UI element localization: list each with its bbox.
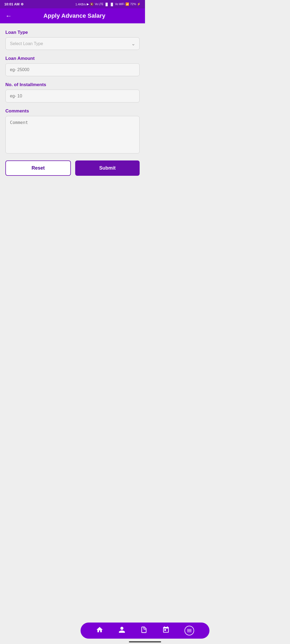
- page-title: Apply Advance Salary: [17, 12, 140, 19]
- comments-group: Comments: [5, 108, 140, 155]
- loan-type-select[interactable]: Select Loan Type: [5, 37, 140, 50]
- loan-amount-input[interactable]: [5, 63, 140, 76]
- wifi-icon: 📶: [125, 2, 129, 6]
- volume-icon: 🔇: [90, 2, 94, 6]
- installments-input[interactable]: [5, 90, 140, 103]
- vowifi-icon: Vo WiFi: [115, 3, 124, 6]
- form-content: Loan Type Select Loan Type ⌄ Loan Amount…: [0, 23, 145, 181]
- loan-amount-label: Loan Amount: [5, 56, 140, 61]
- loan-type-label: Loan Type: [5, 30, 140, 35]
- loan-type-select-wrapper: Select Loan Type ⌄: [5, 37, 140, 50]
- settings-gear-icon: ⚙: [21, 2, 24, 6]
- bluetooth-icon: ▶: [87, 2, 89, 6]
- back-button[interactable]: ←: [5, 12, 12, 20]
- installments-label: No. of Installments: [5, 82, 140, 87]
- comments-textarea[interactable]: [5, 116, 140, 153]
- loan-type-group: Loan Type Select Loan Type ⌄: [5, 30, 140, 50]
- submit-button[interactable]: Submit: [75, 160, 140, 176]
- status-bar: 10:01 AM ⚙ 1.4KB/s ▶ 🔇 Vo LTE ▐▌ ▐▌ Vo W…: [0, 0, 145, 8]
- comments-label: Comments: [5, 108, 140, 114]
- loan-amount-group: Loan Amount: [5, 56, 140, 76]
- battery-icon: 72% ⚡: [130, 2, 141, 6]
- action-buttons: Reset Submit: [5, 160, 140, 176]
- status-icons: 1.4KB/s ▶ 🔇 Vo LTE ▐▌ ▐▌ Vo WiFi 📶 72% ⚡: [75, 2, 141, 6]
- signal-icon: ▐▌: [104, 3, 109, 6]
- signal2-icon: ▐▌: [110, 3, 114, 6]
- app-header: ← Apply Advance Salary: [0, 8, 145, 23]
- installments-group: No. of Installments: [5, 82, 140, 103]
- network-speed: 1.4KB/s: [75, 3, 86, 6]
- reset-button[interactable]: Reset: [5, 160, 71, 176]
- status-time: 10:01 AM ⚙: [4, 2, 24, 6]
- lte-icon: Vo LTE: [95, 3, 103, 6]
